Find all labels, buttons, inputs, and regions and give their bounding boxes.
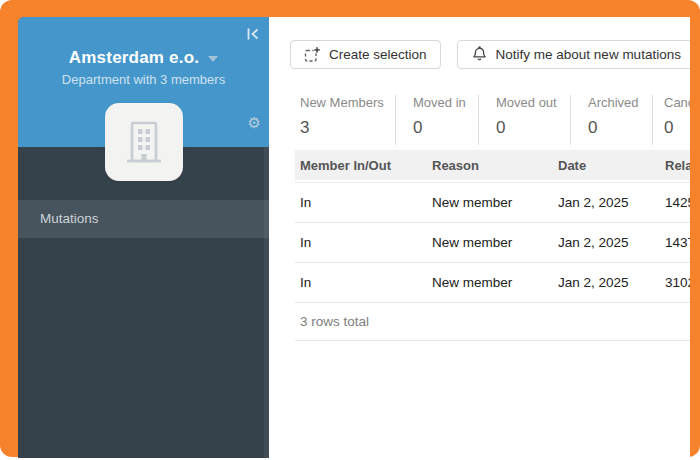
stat-cancelled: Cancelled 0 <box>652 95 690 145</box>
cell-relation: 1425 <box>660 195 690 210</box>
column-header-relation: Relation <box>660 158 690 173</box>
sidebar-item-label: Mutations <box>40 211 99 226</box>
sidebar-item-mutations[interactable]: Mutations <box>18 200 269 238</box>
stat-moved-in: Moved in 0 <box>395 95 478 145</box>
stat-moved-out: Moved out 0 <box>478 95 570 145</box>
cell-relation: 1437 <box>660 235 690 250</box>
stat-label: Archived <box>588 95 652 110</box>
notify-mutations-button[interactable]: Notify me about new mutations <box>457 40 690 69</box>
chevron-down-icon <box>208 56 218 62</box>
stat-label: Moved out <box>496 95 570 110</box>
app-window: Amsterdam e.o. Department with 3 members… <box>18 17 690 458</box>
column-header-date: Date <box>553 158 660 173</box>
cell-member: In <box>295 275 427 290</box>
bell-icon <box>471 46 488 63</box>
department-avatar <box>105 103 183 181</box>
create-selection-label: Create selection <box>329 47 427 62</box>
column-header-member: Member In/Out <box>295 158 427 173</box>
cell-date: Jan 2, 2025 <box>553 235 660 250</box>
cell-date: Jan 2, 2025 <box>553 195 660 210</box>
collapse-sidebar-button[interactable] <box>243 24 263 44</box>
cell-reason: New member <box>427 235 553 250</box>
stat-label: Moved in <box>413 95 478 110</box>
stat-value: 0 <box>413 118 478 138</box>
cell-relation: 3102 <box>660 275 690 290</box>
stat-value: 0 <box>664 118 690 138</box>
cell-date: Jan 2, 2025 <box>553 275 660 290</box>
collapse-left-icon <box>245 26 261 42</box>
main-content: Create selection Notify me about new mut… <box>269 17 690 458</box>
building-icon <box>120 118 168 166</box>
cell-member: In <box>295 235 427 250</box>
stat-new-members: New Members 3 <box>295 95 395 145</box>
cell-member: In <box>295 195 427 210</box>
cell-reason: New member <box>427 195 553 210</box>
table-body: In New member Jan 2, 2025 1425 In New me… <box>295 182 690 303</box>
cell-reason: New member <box>427 275 553 290</box>
table-row[interactable]: In New member Jan 2, 2025 3102 <box>295 263 690 303</box>
stats-bar: New Members 3 Moved in 0 Moved out 0 Arc… <box>295 95 690 145</box>
department-switcher[interactable]: Amsterdam e.o. <box>18 17 269 68</box>
stat-archived: Archived 0 <box>570 95 652 145</box>
stat-label: Cancelled <box>664 95 690 110</box>
column-header-reason: Reason <box>427 158 553 173</box>
table-footer-total: 3 rows total <box>295 303 690 341</box>
selection-plus-icon <box>304 46 321 63</box>
notify-mutations-label: Notify me about new mutations <box>496 47 681 62</box>
department-title: Amsterdam e.o. <box>69 48 199 68</box>
table-row[interactable]: In New member Jan 2, 2025 1425 <box>295 183 690 223</box>
gear-icon[interactable]: ⚙︎ <box>248 115 261 130</box>
stat-value: 3 <box>300 118 395 138</box>
table-header-row: Member In/Out Reason Date Relation <box>295 150 690 180</box>
mutations-table: Member In/Out Reason Date Relation In Ne… <box>295 150 690 341</box>
stat-label: New Members <box>300 95 395 110</box>
create-selection-button[interactable]: Create selection <box>290 40 441 69</box>
stat-value: 0 <box>496 118 570 138</box>
stat-value: 0 <box>588 118 652 138</box>
toolbar: Create selection Notify me about new mut… <box>290 40 690 69</box>
table-row[interactable]: In New member Jan 2, 2025 1437 <box>295 223 690 263</box>
department-subtitle: Department with 3 members <box>18 72 269 87</box>
sidebar: Amsterdam e.o. Department with 3 members… <box>18 17 269 458</box>
